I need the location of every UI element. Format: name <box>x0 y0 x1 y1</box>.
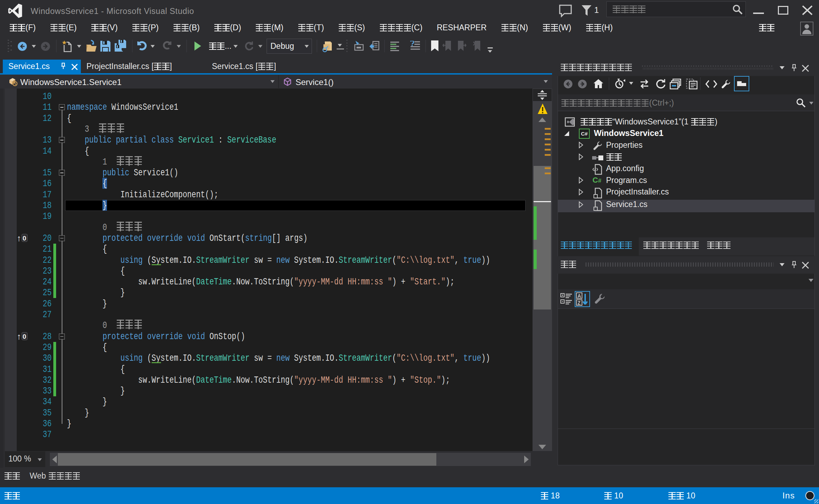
svg-text:Z: Z <box>577 300 581 306</box>
svg-text:A: A <box>577 293 581 299</box>
